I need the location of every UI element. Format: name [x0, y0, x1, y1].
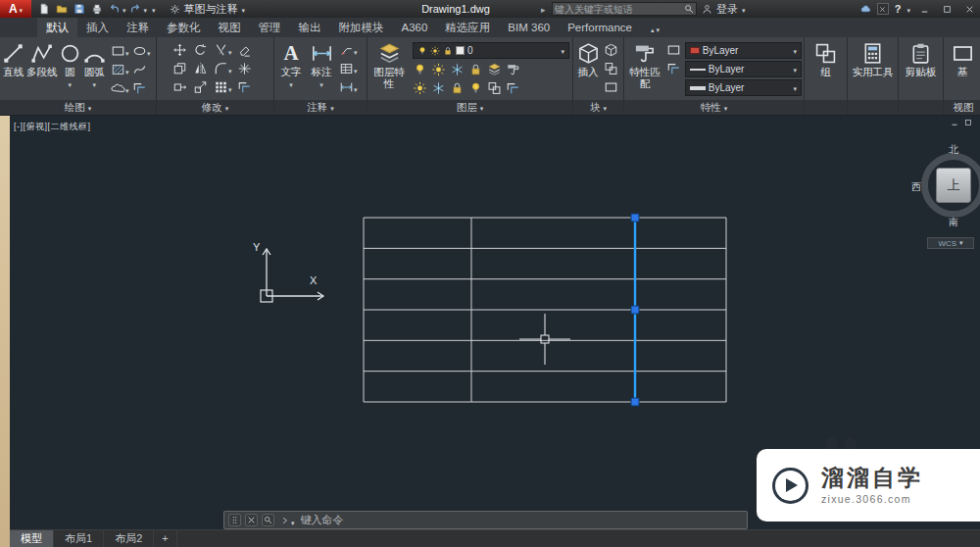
viewcube[interactable]: 北 西 南 上 [915, 145, 980, 227]
viewcube-north-label[interactable]: 北 [949, 143, 958, 157]
tab-output[interactable]: 输出 [290, 18, 330, 37]
infocenter-expand-icon[interactable] [541, 3, 546, 15]
layer-on-all-tool-icon[interactable] [413, 81, 427, 95]
tab-parametric[interactable]: 参数化 [158, 18, 210, 37]
redo-caret-icon[interactable] [144, 4, 148, 15]
mirror-tool-icon[interactable] [193, 62, 208, 75]
linetype-dropdown[interactable]: ByLayer [685, 61, 802, 77]
layer-walk-tool-icon[interactable] [487, 81, 502, 95]
rectangle-tool-icon[interactable] [111, 44, 125, 58]
spline-tool-icon[interactable] [132, 63, 147, 76]
panel-label-view[interactable]: 视图 [944, 100, 980, 115]
offset-tool-icon[interactable] [132, 81, 147, 95]
new-layout-button[interactable]: + [154, 530, 176, 547]
help-caret-icon[interactable] [906, 4, 910, 15]
layer-lock-tool-icon[interactable] [468, 63, 483, 76]
layer-copy-tool-icon[interactable] [506, 81, 520, 95]
erase-tool-icon[interactable] [237, 43, 252, 57]
rotate-tool-icon[interactable] [193, 43, 208, 57]
panel-label-annotate[interactable]: 注释 [274, 100, 367, 115]
tab-annotate[interactable]: 注释 [118, 18, 158, 37]
object-color-tool-icon[interactable] [666, 43, 681, 57]
circle-button[interactable]: 圆 [59, 39, 81, 89]
array-tool-icon[interactable] [214, 80, 228, 94]
undo-caret-icon[interactable] [122, 4, 126, 15]
layer-thaw-all-tool-icon[interactable] [431, 81, 446, 95]
dim-style-tool-icon[interactable] [339, 80, 354, 94]
layer-unlock-tool-icon[interactable] [450, 81, 465, 95]
create-block-tool-icon[interactable] [604, 43, 618, 57]
trim-tool-icon[interactable] [214, 43, 228, 57]
explode-tool-icon[interactable] [237, 62, 252, 75]
dimension-button[interactable]: 标注 [307, 39, 336, 89]
hatch-tool-icon[interactable] [111, 63, 125, 76]
drawing-minimize-icon[interactable] [951, 119, 958, 126]
tab-layout2[interactable]: 布局2 [104, 530, 154, 547]
layer-dropdown[interactable]: 0 [413, 42, 569, 59]
drawing-restore-icon[interactable] [964, 119, 972, 126]
search-input[interactable] [555, 4, 684, 15]
command-prompt-icon[interactable] [281, 513, 295, 528]
command-line-close-button[interactable] [245, 514, 258, 526]
scale-tool-icon[interactable] [193, 80, 208, 94]
layer-match-tool-icon[interactable] [506, 63, 520, 76]
wcs-dropdown[interactable]: WCS [927, 237, 974, 249]
layer-properties-button[interactable]: 图层特性 [369, 39, 409, 89]
viewport-controls[interactable]: [-][俯视][二维线框] [14, 121, 91, 133]
command-line[interactable]: 键入命令 [223, 511, 748, 529]
viewcube-south-label[interactable]: 南 [949, 216, 958, 229]
help-button[interactable]: ? [895, 3, 902, 15]
view-base-button[interactable]: 基 [946, 39, 979, 77]
sign-in-button[interactable]: 登录 [702, 0, 746, 18]
grip[interactable] [631, 306, 639, 314]
viewcube-top-face[interactable]: 上 [936, 168, 971, 203]
tab-insert[interactable]: 插入 [77, 18, 118, 37]
lineweight-dropdown[interactable]: ByLayer [685, 79, 802, 96]
tab-addins[interactable]: 附加模块 [330, 18, 393, 37]
match-properties-button[interactable]: 特性匹配 [626, 39, 663, 89]
undo-button[interactable] [106, 1, 122, 17]
tab-bim360[interactable]: BIM 360 [499, 18, 559, 37]
new-button[interactable] [35, 1, 52, 17]
move-tool-icon[interactable] [172, 43, 187, 57]
close-button[interactable] [961, 1, 978, 17]
tab-layout1[interactable]: 布局1 [54, 530, 104, 547]
layer-states-tool-icon[interactable] [487, 63, 502, 76]
polyline-button[interactable]: 多段线 [26, 39, 58, 77]
minimize-button[interactable] [916, 1, 933, 17]
edit-block-tool-icon[interactable] [604, 62, 618, 75]
transparency-tool-icon[interactable] [666, 62, 681, 75]
fillet-tool-icon[interactable] [214, 62, 228, 75]
a360-cloud-icon[interactable] [860, 4, 871, 15]
exchange-apps-button[interactable] [877, 3, 889, 15]
panel-label-properties[interactable]: 特性 [624, 100, 804, 115]
workspace-selector[interactable]: 草图与注释 [164, 1, 252, 17]
grip[interactable] [631, 398, 639, 406]
command-search-button[interactable] [262, 514, 274, 526]
tab-view[interactable]: 视图 [210, 18, 250, 37]
group-button[interactable]: 组 [808, 39, 844, 77]
tab-a360[interactable]: A360 [393, 18, 437, 37]
layer-freeze-tool-icon[interactable] [450, 63, 465, 76]
tab-model[interactable]: 模型 [10, 530, 54, 547]
maximize-button[interactable] [939, 1, 956, 17]
search-icon[interactable] [684, 4, 694, 14]
arc-button[interactable]: 圆弧 [82, 39, 107, 89]
viewcube-west-label[interactable]: 西 [911, 180, 921, 194]
save-button[interactable] [71, 1, 87, 17]
stretch-tool-icon[interactable] [172, 80, 187, 94]
layer-current-tool-icon[interactable] [468, 81, 483, 95]
panel-label-block[interactable]: 块 [573, 100, 623, 115]
tab-manage[interactable]: 管理 [250, 18, 290, 37]
text-button[interactable]: A 文字 [276, 39, 306, 89]
plot-button[interactable] [88, 1, 105, 17]
grip[interactable] [631, 214, 639, 222]
redo-button[interactable] [127, 1, 144, 17]
ribbon-collapse-button[interactable] [651, 18, 660, 37]
clipboard-button[interactable]: 剪贴板 [901, 39, 941, 77]
tab-default[interactable]: 默认 [37, 18, 77, 37]
panel-label-draw[interactable]: 绘图 [0, 100, 156, 115]
insert-block-button[interactable]: 插入 [575, 39, 601, 77]
utilities-button[interactable]: 实用工具 [850, 39, 896, 77]
application-menu-button[interactable]: A [0, 0, 31, 18]
